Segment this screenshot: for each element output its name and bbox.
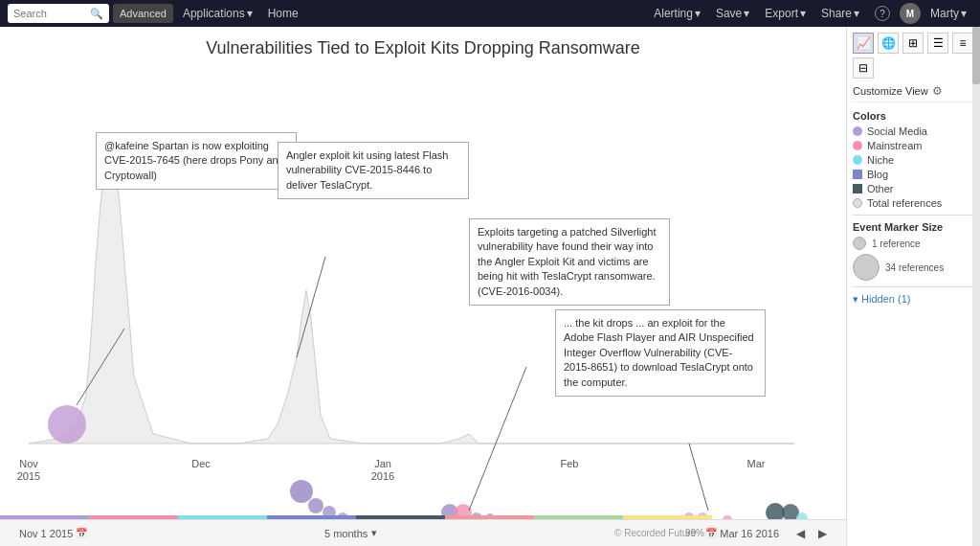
- nav-right: Alerting ▾ Save ▾ Export ▾ Share ▾ ? M M…: [648, 3, 972, 24]
- chart-view-button[interactable]: 📈: [853, 33, 874, 54]
- main-area: Vulnerabilities Tied to Exploit Kits Dro…: [0, 27, 980, 546]
- chevron-down-icon: ▾: [961, 7, 967, 20]
- customize-row: Customize View ⚙: [853, 84, 974, 102]
- grid-view-button[interactable]: ⊞: [902, 33, 924, 54]
- legend-blog: Blog: [853, 169, 974, 180]
- marker-small-row: 1 reference: [853, 237, 974, 250]
- share-button[interactable]: Share ▾: [815, 7, 865, 20]
- right-scrollbar-thumb[interactable]: [972, 27, 980, 84]
- svg-text:Mar: Mar: [747, 458, 766, 469]
- alerting-button[interactable]: Alerting ▾: [648, 7, 706, 20]
- search-icon: 🔍: [90, 8, 103, 20]
- right-scrollbar[interactable]: [972, 27, 980, 546]
- calendar-icon: 📅: [76, 528, 87, 538]
- annotation-3: Exploits targeting a patched Silverlight…: [469, 218, 670, 306]
- end-date[interactable]: 📅 Mar 16 2016: [705, 528, 779, 539]
- home-link[interactable]: Home: [262, 7, 304, 20]
- legend-niche: Niche: [853, 154, 974, 166]
- chevron-down-icon: ▾: [744, 7, 749, 20]
- scroll-left-button[interactable]: ◀: [796, 527, 805, 540]
- hidden-section-toggle[interactable]: ▾ Hidden (1): [853, 293, 974, 306]
- colors-section-title: Colors: [853, 110, 974, 122]
- gear-icon[interactable]: ⚙: [932, 84, 943, 98]
- list-view-button[interactable]: ☰: [927, 33, 948, 54]
- search-box: 🔍: [8, 4, 109, 23]
- chart-area: Vulnerabilities Tied to Exploit Kits Dro…: [0, 27, 846, 546]
- svg-text:Nov: Nov: [19, 458, 38, 469]
- chart-title: Vulnerabilities Tied to Exploit Kits Dro…: [0, 27, 846, 58]
- section-divider-2: [853, 286, 974, 287]
- scroll-right-button[interactable]: ▶: [818, 527, 827, 540]
- range-selector[interactable]: 5 months ▾: [324, 527, 377, 539]
- svg-text:Dec: Dec: [191, 458, 211, 469]
- marker-small: [853, 237, 866, 250]
- marker-large: [853, 254, 880, 281]
- annotation-1: @kafeine Spartan is now exploiting CVE-2…: [96, 132, 297, 190]
- chevron-down-icon: ▾: [800, 7, 806, 20]
- chevron-down-icon: ▾: [854, 7, 859, 20]
- save-button[interactable]: Save ▾: [710, 7, 755, 20]
- table-view-button[interactable]: ⊟: [853, 57, 874, 79]
- svg-text:2016: 2016: [371, 470, 394, 482]
- legend-social-media: Social Media: [853, 125, 974, 137]
- legend-total-refs: Total references: [853, 197, 974, 209]
- help-button[interactable]: ?: [869, 6, 896, 21]
- svg-text:Jan: Jan: [374, 458, 391, 469]
- annotation-2: Angler exploit kit using latest Flash vu…: [278, 142, 469, 199]
- svg-text:2015: 2015: [17, 470, 40, 482]
- customize-label: Customize View: [853, 85, 928, 97]
- user-menu-button[interactable]: Marty ▾: [924, 7, 972, 20]
- svg-point-9: [308, 498, 323, 513]
- zoom-label: 99%: [685, 528, 704, 538]
- chevron-down-icon: ▾: [247, 7, 253, 20]
- export-button[interactable]: Export ▾: [759, 7, 812, 20]
- legend-list: Social Media Mainstream Niche Blog Other…: [853, 125, 974, 209]
- timeline-bar: Nov 1 2015 📅 5 months ▾ © Recorded Futur…: [0, 519, 846, 546]
- legend-mainstream: Mainstream: [853, 140, 974, 151]
- start-date[interactable]: Nov 1 2015 📅: [19, 528, 87, 539]
- search-input[interactable]: [13, 8, 90, 19]
- svg-point-8: [290, 480, 313, 503]
- applications-link[interactable]: Applications ▾: [177, 7, 258, 20]
- avatar[interactable]: M: [900, 3, 921, 24]
- section-divider: [853, 215, 974, 216]
- svg-text:Feb: Feb: [561, 458, 579, 469]
- marker-large-row: 34 references: [853, 254, 974, 281]
- panel-toolbar: 📈 🌐 ⊞ ☰ ≡ ⊟: [853, 33, 974, 79]
- bullet-view-button[interactable]: ≡: [952, 33, 973, 54]
- top-navigation: 🔍 Advanced Applications ▾ Home Alerting …: [0, 0, 980, 27]
- event-marker-title: Event Marker Size: [853, 221, 974, 233]
- right-panel: 📈 🌐 ⊞ ☰ ≡ ⊟ Customize View ⚙ Colors Soci…: [846, 27, 980, 546]
- advanced-button[interactable]: Advanced: [113, 4, 173, 23]
- chevron-down-icon: ▾: [371, 527, 377, 539]
- copyright-label: © Recorded Future: [614, 528, 696, 538]
- annotation-4: ... the kit drops ... an exploit for the…: [555, 309, 766, 397]
- calendar-icon: 📅: [705, 528, 717, 538]
- chevron-down-icon: ▾: [695, 7, 701, 20]
- svg-point-2: [48, 405, 86, 444]
- legend-other: Other: [853, 183, 974, 194]
- globe-view-button[interactable]: 🌐: [878, 33, 899, 54]
